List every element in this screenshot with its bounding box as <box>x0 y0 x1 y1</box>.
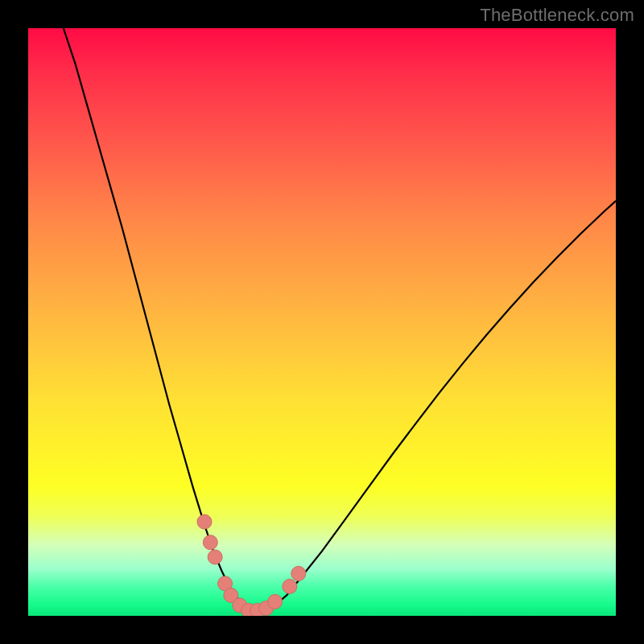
curve-marker <box>208 550 222 564</box>
curve-marker <box>203 535 217 550</box>
plot-area <box>28 28 616 616</box>
curve-svg <box>28 28 616 616</box>
watermark-text: TheBottleneck.com <box>480 5 634 26</box>
curve-marker <box>291 566 306 580</box>
bottleneck-curve <box>64 28 616 610</box>
curve-marker <box>283 580 297 594</box>
chart-frame: TheBottleneck.com <box>0 0 644 644</box>
curve-markers <box>197 514 306 616</box>
curve-marker <box>197 514 212 529</box>
curve-marker <box>268 594 283 609</box>
